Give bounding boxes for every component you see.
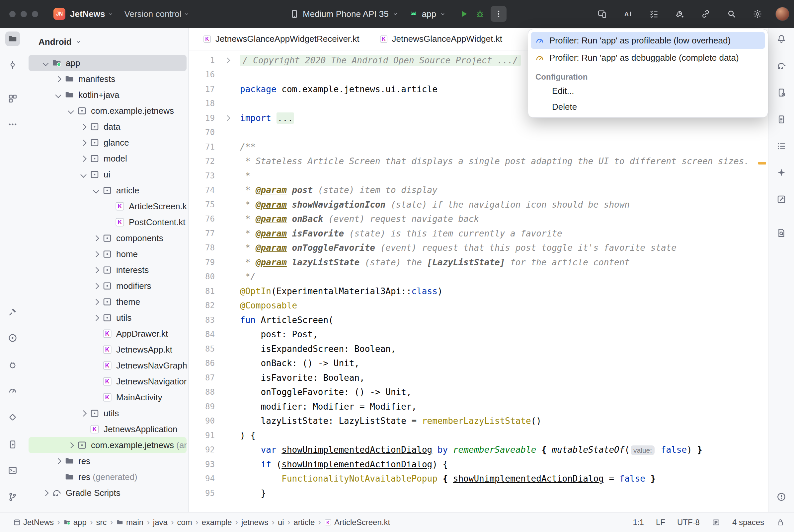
tree-chevron-icon[interactable]	[90, 236, 102, 241]
tree-chevron-icon[interactable]	[64, 443, 77, 448]
tree-chevron-icon[interactable]	[77, 125, 90, 129]
device-mirror-button[interactable]	[594, 6, 610, 22]
run-tool-button[interactable]	[5, 331, 20, 345]
tree-row[interactable]: article	[29, 183, 187, 198]
code-line[interactable]: 83fun ArticleScreen(	[189, 313, 769, 327]
zoom-button[interactable]	[32, 11, 38, 17]
editor-tab[interactable]: KJetnewsGlanceAppWidget.kt	[369, 28, 512, 50]
tree-row[interactable]: utils	[29, 310, 187, 326]
code-line[interactable]: 75 * @param showNavigationIcon (state) i…	[189, 197, 769, 212]
tree-chevron-icon[interactable]	[90, 284, 102, 288]
breadcrumb-item[interactable]: example	[202, 518, 232, 527]
tree-row[interactable]: KJetnewsApplication	[29, 421, 187, 437]
running-devices-tool-button[interactable]	[5, 437, 20, 452]
breadcrumb-item[interactable]: src	[96, 518, 107, 527]
tree-row[interactable]: interests	[29, 262, 187, 278]
code-line[interactable]: 73 *	[189, 169, 769, 183]
code-line[interactable]: 70	[189, 126, 769, 140]
tree-chevron-icon[interactable]	[90, 252, 102, 256]
tree-chevron-icon[interactable]	[39, 491, 52, 495]
tree-chevron-icon[interactable]	[90, 188, 102, 193]
breadcrumb-item[interactable]: JetNews	[13, 518, 54, 527]
vcs-menu[interactable]: Version control	[125, 9, 182, 19]
code-line[interactable]: 74 * @param post (state) item to display	[189, 183, 769, 198]
code-line[interactable]: 82@Composable	[189, 299, 769, 313]
tree-row[interactable]: KJetnewsApp.kt	[29, 342, 187, 358]
settings-button[interactable]	[750, 6, 765, 22]
code-line[interactable]: 80 */	[189, 270, 769, 284]
device-selector-dropdown[interactable]: Medium Phone API 35	[290, 9, 399, 19]
tree-chevron-icon[interactable]	[52, 93, 64, 97]
code-line[interactable]: 78 * @param onToggleFavorite (event) req…	[189, 241, 769, 255]
breadcrumb-item[interactable]: java	[153, 518, 168, 527]
editor-tab[interactable]: KJetnewsGlanceAppWidgetReceiver.kt	[193, 28, 369, 50]
tree-chevron-icon[interactable]	[77, 172, 90, 177]
tree-row[interactable]: com.example.jetnews (an	[29, 437, 187, 453]
run-menu-item[interactable]: Profiler: Run 'app' as debuggable (compl…	[531, 49, 765, 66]
run-configuration-dropdown[interactable]: app	[409, 9, 446, 19]
tree-row[interactable]: res	[29, 453, 187, 469]
tree-row[interactable]: components	[29, 230, 187, 246]
code-line[interactable]: 95 }	[189, 486, 769, 500]
tree-chevron-icon[interactable]	[77, 156, 90, 161]
checklist-button[interactable]	[646, 6, 662, 22]
tree-chevron-icon[interactable]	[52, 77, 64, 81]
tree-row[interactable]: utils	[29, 405, 187, 421]
app-quality-insights-tool-button[interactable]	[5, 410, 20, 424]
tree-chevron-icon[interactable]	[77, 411, 90, 416]
menu-action[interactable]: Delete	[531, 99, 765, 115]
code-line[interactable]: 94 FunctionalityNotAvailablePopup { show…	[189, 472, 769, 486]
code-line[interactable]: 81@OptIn(ExperimentalMaterial3Api::class…	[189, 284, 769, 299]
project-tool-button[interactable]	[5, 32, 20, 46]
tree-row[interactable]: theme	[29, 294, 187, 310]
line-ending[interactable]: LF	[656, 518, 665, 527]
code-editor[interactable]: 1/ Copyright 2020 The Android Open Sourc…	[189, 51, 769, 500]
menu-action[interactable]: Edit...	[531, 83, 765, 99]
search-button[interactable]	[724, 6, 740, 22]
tree-row[interactable]: data	[29, 119, 187, 135]
link-button[interactable]	[698, 6, 714, 22]
build-tool-button[interactable]	[5, 305, 20, 319]
code-line[interactable]: 90 lazyListState: LazyListState = rememb…	[189, 414, 769, 429]
reader-mode-icon[interactable]	[712, 518, 720, 527]
project-name-menu[interactable]: JetNews	[70, 9, 105, 19]
code-line[interactable]: 91) {	[189, 428, 769, 443]
breadcrumb-item[interactable]: main	[116, 518, 143, 527]
tree-row[interactable]: KPostContent.kt	[29, 214, 187, 230]
tree-row[interactable]: manifests	[29, 71, 187, 87]
tree-chevron-icon[interactable]	[39, 61, 52, 65]
tree-row[interactable]: com.example.jetnews	[29, 103, 187, 119]
find-in-files-tool-button[interactable]	[774, 226, 789, 240]
tree-row[interactable]: KJetnewsNavGraph.	[29, 358, 187, 374]
terminal-tool-button[interactable]	[5, 463, 20, 478]
layout-inspector-tool-button[interactable]	[774, 192, 789, 207]
tree-row[interactable]: app	[29, 55, 187, 71]
close-button[interactable]	[9, 11, 16, 17]
code-line[interactable]: 89 modifier: Modifier = Modifier,	[189, 399, 769, 414]
fold-chevron-icon[interactable]	[215, 58, 240, 62]
breadcrumb-item[interactable]: app	[63, 518, 87, 527]
tree-chevron-icon[interactable]	[52, 459, 64, 463]
run-menu-item[interactable]: Profiler: Run 'app' as profileable (low …	[531, 32, 765, 49]
device-explorer-tool-button[interactable]	[774, 112, 789, 127]
code-line[interactable]: 79 * @param lazyListState (state) the [L…	[189, 255, 769, 270]
gemini-tool-button[interactable]	[774, 165, 789, 180]
tree-row[interactable]: glance	[29, 135, 187, 151]
indent-config[interactable]: 4 spaces	[732, 518, 764, 527]
avatar[interactable]	[775, 7, 789, 21]
code-line[interactable]: 88 onToggleFavorite: () -> Unit,	[189, 385, 769, 400]
breadcrumb-item[interactable]: com	[177, 518, 192, 527]
code-line[interactable]: 86 onBack: () -> Unit,	[189, 356, 769, 371]
code-line[interactable]: 85 isExpandedScreen: Boolean,	[189, 342, 769, 356]
commit-tool-button[interactable]	[5, 57, 20, 72]
problems-tool-button[interactable]	[774, 490, 789, 504]
more-run-options-button[interactable]	[491, 6, 506, 22]
profiler-tool-button[interactable]	[5, 383, 20, 398]
logcat-tool-button[interactable]	[5, 358, 20, 372]
breadcrumb-item[interactable]: article	[293, 518, 315, 527]
notifications-tool-button[interactable]	[774, 32, 789, 46]
structure-view-tool-button[interactable]	[774, 139, 789, 154]
file-encoding[interactable]: UTF-8	[677, 518, 700, 527]
tree-row[interactable]: modifiers	[29, 278, 187, 294]
tree-row[interactable]: res (generated)	[29, 469, 187, 485]
